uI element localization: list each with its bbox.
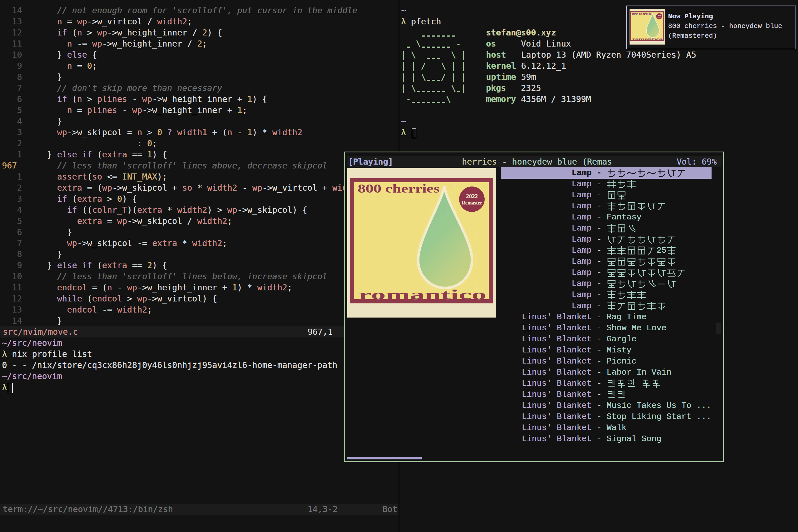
svg-text:Remaster: Remaster [657,16,662,18]
svg-text:romantico: romantico [359,287,486,302]
svg-text:romantico: romantico [632,37,663,41]
svg-text:800 cherries: 800 cherries [358,182,440,195]
svg-text:800 cherries: 800 cherries [632,12,652,15]
svg-text:2022: 2022 [466,193,478,200]
svg-text:Remaster: Remaster [462,200,482,206]
svg-text:2022: 2022 [658,15,661,16]
